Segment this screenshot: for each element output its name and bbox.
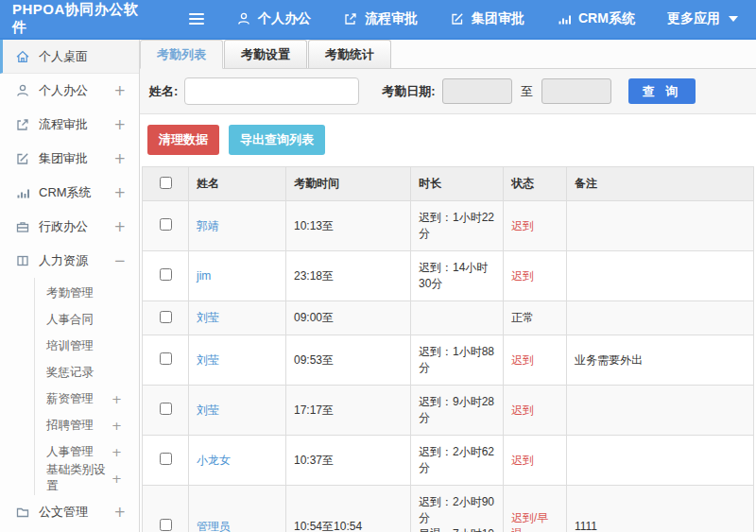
attendance-time-cell: 09:00至 <box>286 301 411 335</box>
note-cell <box>567 386 754 436</box>
employee-name-link[interactable]: 刘莹 <box>197 403 219 417</box>
topnav-crm-system[interactable]: CRM系统 <box>557 10 635 27</box>
user-icon <box>15 83 30 98</box>
sidebar-item[interactable]: 集团审批+ <box>0 142 139 176</box>
column-header: 备注 <box>567 167 754 201</box>
name-label: 姓名: <box>149 83 178 100</box>
status-cell: 正常 <box>504 301 567 335</box>
topnav-workflow-approval[interactable]: 流程审批 <box>343 10 418 27</box>
column-header: 时长 <box>411 167 504 201</box>
duration-cell: 迟到：1小时88分 <box>411 335 504 386</box>
note-cell: 1111 <box>567 486 754 532</box>
employee-name-link[interactable]: jim <box>197 269 211 283</box>
note-cell <box>567 251 754 301</box>
row-checkbox[interactable] <box>160 311 172 323</box>
status-cell: 迟到 <box>504 335 567 386</box>
duration-cell: 迟到：2小时62分 <box>411 436 504 486</box>
note-cell: 业务需要外出 <box>567 335 754 386</box>
date-to-input[interactable] <box>541 78 611 104</box>
attendance-table-wrap: 姓名考勤时间时长状态备注 郭靖10:13至迟到：1小时22分迟到jim23:18… <box>140 166 756 532</box>
attendance-date-label: 考勤日期: <box>382 83 435 100</box>
row-checkbox[interactable] <box>160 218 172 231</box>
top-navigation: 个人办公 流程审批 集团审批 CRM系统 更多应用 <box>236 10 738 27</box>
filter-bar: 姓名: 考勤日期: 至 查 询 <box>140 69 756 114</box>
expand-toggle-icon[interactable]: + <box>112 445 122 459</box>
row-checkbox[interactable] <box>160 453 172 465</box>
expand-toggle-icon[interactable]: + <box>113 184 126 201</box>
chart-icon <box>15 185 30 200</box>
sidebar-subitem[interactable]: 薪资管理+ <box>35 386 139 412</box>
duration-cell: 迟到：1小时22分 <box>411 201 504 251</box>
expand-toggle-icon[interactable]: + <box>112 392 122 406</box>
query-button[interactable]: 查 询 <box>628 78 696 104</box>
expand-toggle-icon[interactable]: + <box>113 504 126 521</box>
employee-name-link[interactable]: 郭靖 <box>197 219 219 232</box>
home-icon <box>15 49 30 64</box>
sidebar-item[interactable]: 公文管理+ <box>0 495 139 529</box>
sidebar-subitem[interactable]: 人事管理+ <box>35 438 139 465</box>
row-checkbox[interactable] <box>160 403 172 415</box>
row-checkbox[interactable] <box>160 352 172 365</box>
employee-name-link[interactable]: 刘莹 <box>197 311 219 324</box>
action-bar: 清理数据 导出查询列表 <box>140 114 756 166</box>
flow-icon <box>343 11 358 26</box>
note-cell <box>567 436 754 486</box>
status-cell: 迟到 <box>504 386 567 436</box>
sidebar-subitem[interactable]: 培训管理 <box>35 333 139 359</box>
employee-name-link[interactable]: 小龙女 <box>197 454 231 467</box>
sidebar-subitem[interactable]: 奖惩记录 <box>35 359 139 386</box>
topnav-personal-office[interactable]: 个人办公 <box>236 10 311 27</box>
sidebar-item-label: CRM系统 <box>39 184 113 201</box>
tab-attendance-settings[interactable]: 考勤设置 <box>224 40 307 68</box>
sidebar-item-label: 公文管理 <box>39 504 113 521</box>
export-list-button[interactable]: 导出查询列表 <box>229 125 325 155</box>
expand-toggle-icon[interactable]: + <box>112 419 122 433</box>
date-from-input[interactable] <box>442 78 512 104</box>
topnav-label: 流程审批 <box>365 10 418 27</box>
employee-name-link[interactable]: 管理员 <box>197 520 231 532</box>
sidebar-item[interactable]: 人力资源− <box>0 244 139 278</box>
row-checkbox[interactable] <box>160 268 172 281</box>
tab-attendance-stats[interactable]: 考勤统计 <box>308 40 391 68</box>
topnav-label: CRM系统 <box>578 10 635 27</box>
sidebar-item[interactable]: 个人办公+ <box>0 74 139 108</box>
select-all-checkbox[interactable] <box>160 177 172 189</box>
menu-toggle-icon[interactable] <box>189 13 204 25</box>
note-cell <box>567 201 754 251</box>
expand-toggle-icon[interactable]: + <box>113 218 126 235</box>
sidebar-item[interactable]: 流程审批+ <box>0 108 139 142</box>
sidebar-subitem[interactable]: 人事合同 <box>35 306 139 333</box>
employee-name-link[interactable]: 刘莹 <box>197 353 219 367</box>
edit-icon <box>450 11 465 26</box>
clear-data-button[interactable]: 清理数据 <box>147 125 219 155</box>
sidebar-subitem[interactable]: 考勤管理 <box>35 280 139 306</box>
main-content: 考勤列表 考勤设置 考勤统计 姓名: 考勤日期: 至 查 询 清理数据 导出查询… <box>140 40 756 532</box>
table-header-row: 姓名考勤时间时长状态备注 <box>143 167 754 201</box>
sidebar: 个人桌面个人办公+流程审批+集团审批+CRM系统+行政办公+人力资源−考勤管理人… <box>0 40 140 532</box>
attendance-time-cell: 10:13至 <box>286 201 411 251</box>
expand-toggle-icon[interactable]: + <box>113 116 126 133</box>
expand-toggle-icon[interactable]: + <box>113 82 126 99</box>
topnav-more-apps[interactable]: 更多应用 <box>667 10 738 27</box>
sidebar-item[interactable]: CRM系统+ <box>0 176 139 210</box>
tab-bar: 考勤列表 考勤设置 考勤统计 <box>140 40 756 69</box>
sidebar-subitem[interactable]: 招聘管理+ <box>35 412 139 438</box>
status-cell: 迟到/早退 <box>504 486 567 532</box>
sidebar-item[interactable]: 个人桌面 <box>0 40 139 74</box>
table-row: jim23:18至迟到：14小时30分迟到 <box>143 251 754 301</box>
attendance-time-cell: 17:17至 <box>286 386 411 436</box>
tab-attendance-list[interactable]: 考勤列表 <box>140 40 223 69</box>
expand-toggle-icon[interactable]: + <box>113 150 126 167</box>
flow-icon <box>15 117 30 132</box>
expand-toggle-icon[interactable]: + <box>112 472 122 486</box>
attendance-table: 姓名考勤时间时长状态备注 郭靖10:13至迟到：1小时22分迟到jim23:18… <box>142 166 754 532</box>
sidebar-subitem-label: 考勤管理 <box>46 285 122 301</box>
sidebar-subitem[interactable]: 基础类别设置+ <box>35 465 139 491</box>
sidebar-subitem-label: 奖惩记录 <box>46 365 122 381</box>
topnav-group-approval[interactable]: 集团审批 <box>450 10 524 27</box>
sidebar-item[interactable]: 行政办公+ <box>0 210 139 244</box>
date-to-label: 至 <box>521 83 533 100</box>
name-input[interactable] <box>184 77 359 105</box>
expand-toggle-icon[interactable]: − <box>113 252 126 269</box>
row-checkbox[interactable] <box>160 519 172 531</box>
